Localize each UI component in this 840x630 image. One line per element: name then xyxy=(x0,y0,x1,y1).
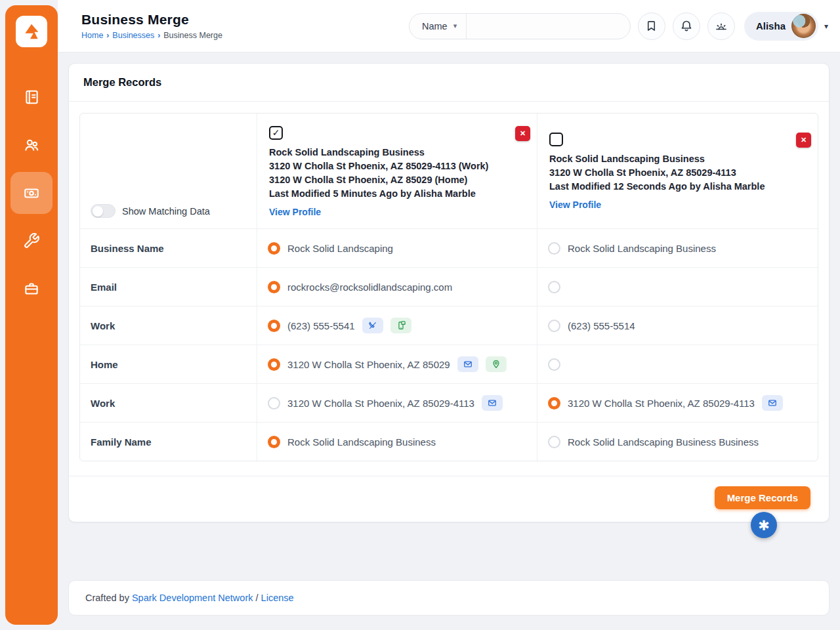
row-label: Home xyxy=(80,345,257,383)
value-text: Rock Solid Landscaping Business Business xyxy=(568,436,759,448)
table-row-work-address: Work 3120 W Cholla St Phoenix, AZ 85029-… xyxy=(80,383,818,422)
radio-unselected[interactable] xyxy=(548,281,560,293)
user-menu[interactable]: Alisha xyxy=(744,12,818,41)
phone-sms-badge xyxy=(390,318,411,333)
sidebar-item-people[interactable] xyxy=(10,124,52,166)
record-2-name: Rock Solid Landscaping Business xyxy=(549,152,811,166)
merge-records-button[interactable]: Merge Records xyxy=(715,486,810,509)
address-book-icon xyxy=(23,89,40,106)
record-2-top: ✕ xyxy=(549,133,811,148)
record-1-view-profile-link[interactable]: View Profile xyxy=(269,207,530,217)
record-header-row: Show Matching Data ✓ ✕ Rock Solid Landsc… xyxy=(80,114,818,228)
panel-footer: Merge Records xyxy=(69,476,829,522)
record-1-name: Rock Solid Landscaping Business xyxy=(269,146,530,159)
merge-records-panel: Merge Records Show Matching Data ✓ ✕ xyxy=(68,63,830,522)
breadcrumb-separator-icon: › xyxy=(158,31,160,40)
mailing-address-badge xyxy=(482,395,503,411)
radio-selected[interactable] xyxy=(268,320,280,332)
sidebar-item-tools[interactable] xyxy=(10,220,52,262)
radio-unselected[interactable] xyxy=(548,242,560,255)
row-work-address-left: 3120 W Cholla St Phoenix, AZ 85029-4113 xyxy=(257,384,537,422)
value-text: 3120 W Cholla St Phoenix, AZ 85029-4113 xyxy=(568,398,755,409)
record-1-address-work: 3120 W Cholla St Phoenix, AZ 85029-4113 … xyxy=(269,159,530,173)
toggle-knob xyxy=(93,206,103,217)
row-label: Work xyxy=(80,384,257,422)
search-filter-dropdown[interactable]: Name ▾ xyxy=(410,14,467,39)
footer-prefix: Crafted by xyxy=(85,593,129,603)
value-text: Rock Solid Landscaping xyxy=(287,243,393,254)
search-filter-label: Name xyxy=(422,21,448,32)
theme-toggle-button[interactable] xyxy=(707,12,735,40)
show-matching-toggle[interactable] xyxy=(91,204,116,218)
block-config-button[interactable]: ✱ xyxy=(751,512,777,538)
record-2-view-profile-link[interactable]: View Profile xyxy=(549,200,811,210)
radio-unselected[interactable] xyxy=(268,397,280,410)
radio-selected[interactable] xyxy=(268,358,280,371)
mailing-address-badge xyxy=(457,356,478,372)
notifications-button[interactable] xyxy=(673,12,700,40)
merge-table: Show Matching Data ✓ ✕ Rock Solid Landsc… xyxy=(79,113,818,461)
breadcrumb-home[interactable]: Home xyxy=(81,31,103,40)
table-row-work-phone: Work (623) 555-5541 xyxy=(80,306,818,345)
show-matching-label: Show Matching Data xyxy=(122,206,210,217)
briefcase-icon xyxy=(23,280,40,297)
row-label: Business Name xyxy=(80,229,257,267)
content-area: Merge Records Show Matching Data ✓ ✕ xyxy=(58,52,840,626)
breadcrumb: Home › Businesses › Business Merge xyxy=(81,31,222,40)
rock-logo[interactable] xyxy=(16,16,47,47)
radio-unselected[interactable] xyxy=(548,358,560,371)
spark-network-link[interactable]: Spark Development Network xyxy=(132,593,253,603)
header-left-cell: Show Matching Data xyxy=(80,114,257,228)
row-work-address-right: 3120 W Cholla St Phoenix, AZ 85029-4113 xyxy=(537,384,818,422)
value-text: (623) 555-5514 xyxy=(568,320,635,331)
title-block: Business Merge Home › Businesses › Busin… xyxy=(81,12,222,40)
mailing-address-badge xyxy=(762,395,783,411)
global-search: Name ▾ xyxy=(409,13,631,39)
radio-selected[interactable] xyxy=(268,242,280,255)
bell-icon xyxy=(680,20,693,33)
footer-separator: / xyxy=(256,593,259,603)
record-2-remove-button[interactable]: ✕ xyxy=(796,133,811,148)
sidebar xyxy=(5,5,58,625)
record-1-address-home: 3120 W Cholla St Phoenix, AZ 85029 (Home… xyxy=(269,173,530,187)
mail-icon xyxy=(463,360,472,369)
avatar xyxy=(791,14,816,38)
row-label: Family Name xyxy=(80,423,257,461)
radio-selected[interactable] xyxy=(268,436,280,448)
record-1-remove-button[interactable]: ✕ xyxy=(515,126,530,141)
wrench-icon xyxy=(23,232,40,249)
bookmarks-button[interactable] xyxy=(638,12,665,40)
map-pin-icon xyxy=(492,360,501,369)
row-business-name-left: Rock Solid Landscaping xyxy=(257,229,537,267)
breadcrumb-separator-icon: › xyxy=(106,31,109,40)
sidebar-item-business[interactable] xyxy=(10,268,52,310)
record-2-checkbox[interactable] xyxy=(549,133,563,146)
sidebar-item-finance[interactable] xyxy=(10,172,52,214)
row-work-phone-right: (623) 555-5514 xyxy=(537,306,818,345)
table-row-home-address: Home 3120 W Cholla St Phoenix, AZ 85029 xyxy=(80,345,818,383)
record-1-modified: Last Modified 5 Minutes Ago by Alisha Ma… xyxy=(269,187,530,201)
user-menu-caret-icon[interactable]: ▾ xyxy=(824,22,828,31)
license-link[interactable]: License xyxy=(261,593,294,603)
phone-sms-icon xyxy=(396,321,406,330)
search-input[interactable] xyxy=(467,14,630,39)
radio-unselected[interactable] xyxy=(548,320,560,332)
sidebar-item-address-book[interactable] xyxy=(10,76,52,118)
table-row-email: Email rockrocks@rocksolidlandscaping.com xyxy=(80,267,818,306)
record-2-address: 3120 W Cholla St Phoenix, AZ 85029-4113 xyxy=(549,166,811,180)
breadcrumb-businesses[interactable]: Businesses xyxy=(112,31,154,40)
row-label: Work xyxy=(80,306,257,345)
radio-unselected[interactable] xyxy=(548,436,560,448)
row-home-address-left: 3120 W Cholla St Phoenix, AZ 85029 xyxy=(257,345,537,383)
mail-icon xyxy=(488,398,497,408)
radio-selected[interactable] xyxy=(548,397,560,410)
row-work-phone-left: (623) 555-5541 xyxy=(257,306,537,345)
main-area: Business Merge Home › Businesses › Busin… xyxy=(58,0,840,626)
record-1-top: ✓ ✕ xyxy=(269,126,530,141)
sun-horizon-icon xyxy=(715,20,728,33)
row-email-left: rockrocks@rocksolidlandscaping.com xyxy=(257,268,537,306)
record-1-checkbox[interactable]: ✓ xyxy=(269,126,283,140)
radio-selected[interactable] xyxy=(268,281,280,293)
show-matching-data: Show Matching Data xyxy=(91,204,210,218)
value-text: Rock Solid Landscaping Business xyxy=(568,243,716,254)
